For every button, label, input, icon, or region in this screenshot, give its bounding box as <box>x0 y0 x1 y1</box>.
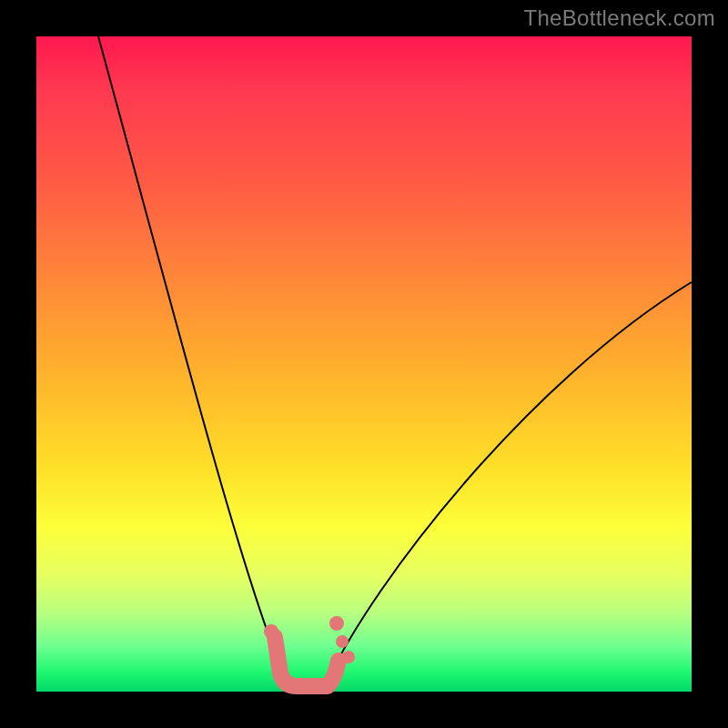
marker-dot <box>329 616 344 631</box>
curve-valley-highlight <box>275 637 339 686</box>
curve-right-branch <box>328 282 692 681</box>
chart-frame: TheBottleneck.com <box>0 0 728 728</box>
marker-dot <box>336 635 349 648</box>
chart-plot-area <box>36 36 692 692</box>
marker-dot <box>264 624 278 639</box>
chart-svg <box>36 36 692 692</box>
watermark-text: TheBottleneck.com <box>523 5 715 31</box>
curve-left-branch <box>98 36 287 681</box>
marker-dot <box>342 651 355 663</box>
